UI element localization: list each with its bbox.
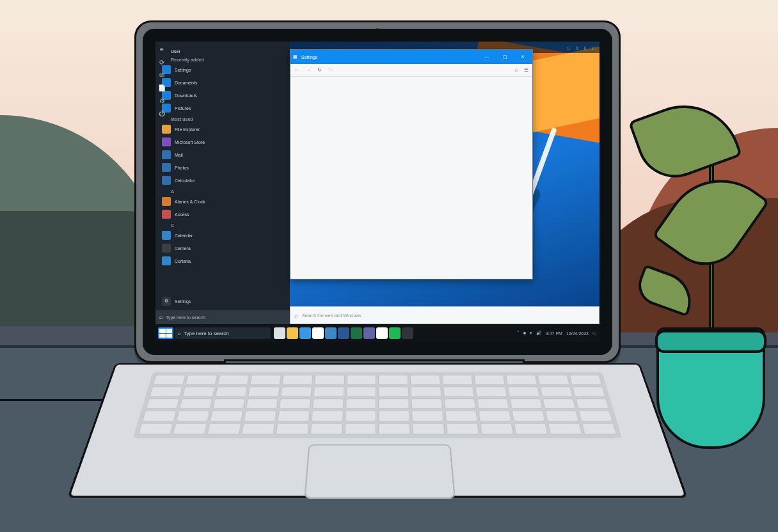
plant-pot: [656, 327, 765, 449]
start-app-item[interactable]: Mail: [155, 148, 290, 161]
search-icon: ⌕: [294, 312, 298, 319]
app-label: Cortana: [175, 259, 191, 263]
window-toolbar: ← → ↻ ⋯ ⌂ ☰: [290, 64, 532, 77]
start-app-item[interactable]: File Explorer: [155, 123, 290, 136]
taskbar-search-text: Type here to search: [184, 331, 229, 336]
laptop: ▯ ▯ ▯ ▯ ≡ ⟳ ✉ 📄 ⚙ ⏻ User Recently addedS…: [115, 20, 640, 506]
search-icon: ⌕: [159, 314, 163, 320]
desktop[interactable]: ▯ ▯ ▯ ▯ ≡ ⟳ ✉ 📄 ⚙ ⏻ User Recently addedS…: [155, 42, 599, 342]
close-button[interactable]: ✕: [516, 54, 530, 59]
tray-clock[interactable]: 3:47 PM: [546, 331, 562, 336]
start-app-item[interactable]: Settings: [155, 63, 290, 76]
taskbar-task-view-icon[interactable]: [274, 327, 285, 339]
taskbar-search[interactable]: ⌕ Type here to search: [175, 327, 271, 339]
taskbar-edge-icon[interactable]: [299, 327, 311, 339]
strip-icon: ▯: [592, 45, 594, 50]
start-section: Most used: [155, 114, 290, 123]
start-section: A: [155, 187, 290, 195]
taskbar-explorer-icon[interactable]: [287, 327, 298, 339]
tray-date: 10/24/2023: [566, 331, 589, 336]
rail-settings-icon[interactable]: ⚙: [157, 97, 166, 106]
gear-icon: ⚙: [162, 297, 171, 306]
tray-network-icon[interactable]: ▾: [530, 331, 532, 336]
app-icon: ▦: [293, 54, 298, 59]
start-app-item[interactable]: Photos: [155, 161, 290, 174]
tray-volume-icon[interactable]: 🔊: [536, 331, 542, 336]
taskbar-excel-icon[interactable]: [351, 327, 362, 339]
start-app-item[interactable]: Downloads: [155, 89, 290, 102]
laptop-screen: ▯ ▯ ▯ ▯ ≡ ⟳ ✉ 📄 ⚙ ⏻ User Recently addedS…: [134, 20, 621, 363]
maximize-button[interactable]: ▢: [498, 54, 512, 59]
app-label: Camera: [175, 246, 191, 251]
taskbar-terminal-icon[interactable]: [402, 327, 413, 339]
app-label: Microsoft Store: [175, 140, 205, 145]
app-label: Documents: [175, 81, 197, 85]
minimize-button[interactable]: —: [480, 55, 494, 59]
start-app-item[interactable]: Calendar: [155, 229, 290, 242]
start-app-item[interactable]: Alarms & Clock: [155, 195, 290, 208]
rail-documents-icon[interactable]: 📄: [157, 84, 166, 93]
strip-icon: ▯: [576, 45, 578, 50]
app-label: Pictures: [175, 106, 191, 111]
taskbar-store-icon[interactable]: [312, 327, 324, 339]
search-icon: ⌕: [178, 331, 181, 336]
app-label: Photos: [175, 166, 189, 170]
nav-forward-button[interactable]: →: [306, 67, 311, 73]
laptop-body: [67, 363, 688, 498]
start-search-placeholder: Type here to search: [166, 315, 205, 320]
start-button[interactable]: [158, 327, 173, 339]
system-tray[interactable]: ˄ ▾ 🔊 3:47 PM 10/24/2023 ▭: [517, 331, 597, 336]
nav-more-button[interactable]: ⋯: [328, 67, 333, 73]
taskbar-teams-icon[interactable]: [363, 327, 375, 339]
start-app-item[interactable]: Microsoft Store: [155, 136, 290, 148]
taskbar-mail-icon[interactable]: [325, 327, 337, 339]
strip-icon: ▯: [584, 45, 586, 50]
app-label: Downloads: [175, 93, 197, 98]
nav-home-button[interactable]: ⌂: [514, 67, 518, 73]
address-placeholder: Search the web and Windows: [302, 313, 361, 318]
app-label: Calculator: [175, 178, 195, 183]
window-title: Settings: [301, 55, 476, 59]
start-app-item[interactable]: Access: [155, 208, 290, 221]
app-label: Access: [175, 212, 189, 217]
rail-menu-icon[interactable]: ≡: [157, 45, 166, 54]
keyboard: [133, 372, 623, 439]
rail-mail-icon[interactable]: ✉: [157, 71, 166, 80]
trackpad: [304, 444, 456, 499]
rail-power-icon[interactable]: ⏻: [157, 109, 166, 118]
app-label: Calendar: [175, 233, 193, 238]
start-app-item[interactable]: Cortana: [155, 254, 290, 267]
rail-recent-icon[interactable]: ⟳: [157, 58, 166, 67]
tray-dot: [523, 332, 526, 334]
start-app-item[interactable]: Pictures: [155, 102, 290, 114]
address-bar[interactable]: ⌕ Search the web and Windows: [290, 306, 599, 324]
start-section: C: [155, 221, 290, 229]
app-label: File Explorer: [175, 127, 200, 132]
app-label: Settings: [175, 68, 191, 72]
strip-icon: ▯: [568, 45, 569, 50]
start-rail: ≡ ⟳ ✉ 📄 ⚙ ⏻: [155, 42, 168, 324]
start-footer-label: Settings: [175, 299, 191, 304]
start-app-item[interactable]: Camera: [155, 242, 290, 254]
taskbar[interactable]: ⌕ Type here to search ˄ ▾ 🔊 3:47 PM 10/2…: [155, 324, 599, 342]
nav-menu-button[interactable]: ☰: [524, 67, 528, 73]
tray-chevron-icon[interactable]: ˄: [517, 331, 520, 336]
app-label: Mail: [175, 153, 183, 157]
taskbar-chrome-icon[interactable]: [376, 327, 388, 339]
start-user: User: [155, 47, 290, 55]
tray-notifications-icon[interactable]: ▭: [592, 331, 597, 336]
start-app-item[interactable]: Documents: [155, 76, 290, 89]
start-footer-settings[interactable]: ⚙ Settings: [155, 295, 290, 308]
nav-refresh-button[interactable]: ↻: [317, 67, 322, 73]
window-titlebar[interactable]: ▦ Settings — ▢ ✕: [290, 50, 532, 64]
taskbar-word-icon[interactable]: [338, 327, 349, 339]
start-menu[interactable]: ≡ ⟳ ✉ 📄 ⚙ ⏻ User Recently addedSettingsD…: [155, 42, 290, 324]
nav-back-button[interactable]: ←: [294, 67, 299, 73]
taskbar-spotify-icon[interactable]: [389, 327, 401, 339]
start-app-item[interactable]: Calculator: [155, 174, 290, 187]
settings-window[interactable]: ▦ Settings — ▢ ✕ ← → ↻ ⋯ ⌂ ☰: [290, 49, 533, 279]
app-label: Alarms & Clock: [175, 199, 205, 204]
start-section: Recently added: [155, 55, 290, 63]
start-search[interactable]: ⌕ Type here to search: [155, 310, 290, 324]
